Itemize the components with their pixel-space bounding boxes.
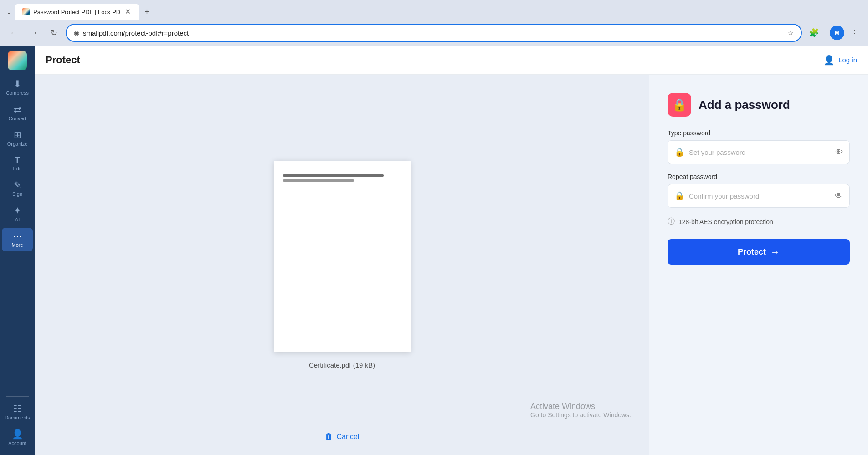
- edit-icon: T: [15, 156, 20, 164]
- cancel-area: 🗑 Cancel: [325, 432, 360, 441]
- repeat-password-input[interactable]: [689, 192, 830, 200]
- protect-arrow-icon: →: [770, 247, 780, 257]
- show-password-button-1[interactable]: 👁: [835, 148, 843, 157]
- url-bar[interactable]: ◉ smallpdf.com/protect-pdf#r=protect ☆: [66, 24, 802, 42]
- sidebar-item-compress[interactable]: ⬇ Compress: [2, 76, 33, 99]
- refresh-button[interactable]: ↻: [46, 25, 62, 41]
- encryption-note-text: 128-bit AES encryption protection: [678, 218, 773, 225]
- tab-title: Password Protect PDF | Lock PD: [33, 9, 120, 15]
- pdf-preview: [274, 161, 411, 352]
- sidebar-item-documents[interactable]: ☷ Documents: [2, 400, 33, 424]
- lock-icon-wrap: 🔒: [668, 93, 691, 117]
- password-panel: 🔒 Add a password Type password 🔒 👁 Repea…: [649, 75, 868, 455]
- menu-button[interactable]: ⋮: [846, 25, 863, 41]
- repeat-password-label: Repeat password: [668, 173, 850, 180]
- compress-icon: ⬇: [14, 79, 21, 88]
- pdf-line: [283, 174, 384, 177]
- sidebar-logo: [8, 51, 27, 70]
- back-button[interactable]: ←: [5, 25, 22, 41]
- convert-icon: ⇄: [14, 105, 21, 114]
- tab-favicon: [22, 8, 30, 15]
- cancel-label: Cancel: [337, 433, 360, 441]
- cancel-button[interactable]: 🗑 Cancel: [325, 432, 360, 441]
- sidebar-item-edit[interactable]: T Edit: [2, 152, 33, 175]
- pdf-filename: Certificate.pdf (19 kB): [309, 361, 375, 369]
- login-label: Log in: [838, 56, 857, 64]
- organize-icon: ⊞: [14, 130, 21, 139]
- page-title: Protect: [46, 54, 80, 66]
- profile-button[interactable]: M: [830, 26, 844, 40]
- nav-divider: [826, 27, 826, 38]
- sidebar-item-account[interactable]: 👤 Account: [2, 426, 33, 450]
- login-button[interactable]: 👤 Log in: [823, 55, 857, 66]
- sidebar-item-convert[interactable]: ⇄ Convert: [2, 101, 33, 125]
- ai-icon: ✦: [14, 206, 21, 215]
- show-password-button-2[interactable]: 👁: [835, 191, 843, 201]
- content-area: Certificate.pdf (19 kB) 🗑 Cancel Activat…: [35, 75, 868, 455]
- pdf-content-lines: [283, 170, 401, 182]
- repeat-password-field[interactable]: 🔒 👁: [668, 184, 850, 208]
- account-icon: 👤: [12, 429, 23, 439]
- browser-tabs: ⌄ Password Protect PDF | Lock PD ✕ +: [0, 0, 868, 20]
- protect-button[interactable]: Protect →: [668, 239, 850, 265]
- panel-title: Add a password: [699, 98, 790, 112]
- pdf-line: [283, 179, 354, 182]
- star-icon: ☆: [788, 29, 794, 36]
- new-tab-button[interactable]: +: [141, 5, 153, 19]
- help-icon: ⓘ: [668, 217, 675, 226]
- active-tab[interactable]: Password Protect PDF | Lock PD ✕: [15, 4, 139, 20]
- sidebar-item-sign[interactable]: ✎ Sign: [2, 177, 33, 200]
- encryption-note: ⓘ 128-bit AES encryption protection: [668, 217, 850, 226]
- panel-title-row: 🔒 Add a password: [668, 93, 850, 117]
- app-header: Protect 👤 Log in: [35, 46, 868, 75]
- type-password-field[interactable]: 🔒 👁: [668, 140, 850, 164]
- tab-close-button[interactable]: ✕: [124, 7, 132, 16]
- app-layout: ⬇ Compress ⇄ Convert ⊞ Organize T Edit ✎…: [0, 46, 868, 455]
- browser-nav: ← → ↻ ◉ smallpdf.com/protect-pdf#r=prote…: [0, 20, 868, 46]
- browser-chrome: ⌄ Password Protect PDF | Lock PD ✕ + ← →…: [0, 0, 868, 46]
- more-icon: ⋯: [13, 231, 22, 240]
- sidebar-item-organize[interactable]: ⊞ Organize: [2, 127, 33, 150]
- lock-icon: 🔒: [672, 98, 687, 112]
- forward-button[interactable]: →: [26, 25, 42, 41]
- sidebar: ⬇ Compress ⇄ Convert ⊞ Organize T Edit ✎…: [0, 46, 35, 455]
- login-icon: 👤: [823, 55, 835, 66]
- activate-windows: Activate Windows Go to Settings to activ…: [530, 402, 631, 419]
- sidebar-item-more[interactable]: ⋯ More: [2, 228, 33, 251]
- activate-subtitle: Go to Settings to activate Windows.: [530, 411, 631, 419]
- activate-title: Activate Windows: [530, 402, 631, 411]
- main-content: Protect 👤 Log in Certificate.pdf (19 kB): [35, 46, 868, 455]
- documents-icon: ☷: [13, 404, 21, 413]
- tab-overflow-button[interactable]: ⌄: [5, 7, 13, 17]
- sign-icon: ✎: [14, 180, 21, 189]
- url-text: smallpdf.com/protect-pdf#r=protect: [83, 29, 784, 37]
- field-lock-icon-1: 🔒: [674, 147, 684, 157]
- sidebar-divider: [6, 396, 29, 397]
- preview-area: Certificate.pdf (19 kB) 🗑 Cancel Activat…: [35, 75, 649, 455]
- trash-icon: 🗑: [325, 432, 333, 441]
- browser-nav-icons: 🧩 M ⋮: [806, 25, 863, 41]
- sidebar-item-ai[interactable]: ✦ AI: [2, 202, 33, 226]
- field-lock-icon-2: 🔒: [674, 191, 684, 201]
- extensions-button[interactable]: 🧩: [806, 25, 822, 41]
- type-password-label: Type password: [668, 129, 850, 137]
- protect-button-label: Protect: [738, 247, 766, 257]
- type-password-input[interactable]: [689, 148, 830, 156]
- url-security-icon: ◉: [74, 29, 79, 36]
